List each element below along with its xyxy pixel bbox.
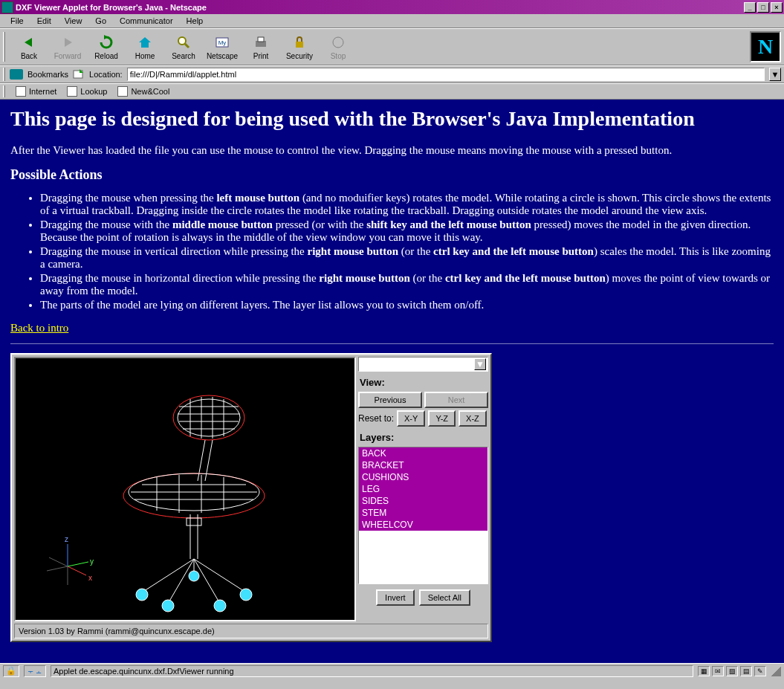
layer-listbox[interactable]: BACK BRACKET CUSHIONS LEG SIDES STEM WHE… — [358, 447, 488, 584]
back-button[interactable]: Back — [10, 30, 48, 63]
window-title: DXF Viewer Applet for Browser's Java - N… — [16, 3, 742, 12]
list-item: Dragging the mouse with the middle mouse… — [40, 219, 774, 244]
actions-heading: Possible Actions — [10, 167, 774, 183]
doc-icon — [117, 86, 128, 97]
layers-label: Layers: — [358, 429, 488, 444]
toolbar-grip[interactable] — [3, 32, 5, 62]
forward-button[interactable]: Forward — [48, 30, 87, 63]
maximize-button[interactable]: □ — [757, 2, 769, 13]
stop-icon — [329, 33, 347, 51]
tray-composer-icon[interactable]: ✎ — [754, 666, 766, 676]
xz-button[interactable]: X-Z — [459, 410, 487, 427]
tray-news-icon[interactable]: ▧ — [726, 666, 738, 676]
layer-item[interactable]: STEM — [359, 507, 487, 519]
link-lookup[interactable]: Lookup — [67, 86, 107, 97]
back-arrow-icon — [20, 33, 38, 51]
applet-sidepanel: Move reduced ▼ View: Previous Next Reset… — [358, 357, 488, 621]
netscape-button[interactable]: My Netscape — [203, 30, 242, 63]
reset-label: Reset to: — [358, 413, 394, 424]
3d-canvas[interactable]: x y z — [14, 357, 356, 621]
layer-item[interactable]: BRACKET — [359, 459, 487, 471]
menu-file[interactable]: File — [4, 16, 30, 25]
mode-dropdown[interactable]: Move reduced ▼ — [358, 357, 488, 372]
link-internet[interactable]: Internet — [16, 86, 56, 97]
svg-line-25 — [205, 440, 213, 481]
intro-text: After the Viewer has loaded the file you… — [10, 144, 774, 157]
svg-point-43 — [136, 589, 148, 601]
location-label: Location: — [89, 70, 123, 79]
svg-line-39 — [168, 559, 194, 604]
svg-marker-2 — [104, 35, 108, 39]
svg-text:My: My — [218, 39, 227, 46]
svg-point-15 — [178, 399, 240, 436]
layer-item[interactable]: WHEELCOV — [359, 519, 487, 531]
doc-icon — [67, 86, 77, 97]
chair-wireframe — [112, 381, 305, 618]
stop-button[interactable]: Stop — [319, 30, 357, 63]
invert-button[interactable]: Invert — [376, 589, 415, 606]
axes-gizmo: x y z — [45, 537, 97, 590]
svg-line-5 — [185, 44, 189, 48]
bookmarks-label[interactable]: Bookmarks — [27, 70, 68, 79]
svg-rect-9 — [258, 37, 264, 42]
page-content[interactable]: This page is designed for being used wit… — [0, 100, 784, 663]
print-button[interactable]: Print — [242, 30, 280, 63]
tray-address-icon[interactable]: ▤ — [740, 666, 752, 676]
link-newcool[interactable]: New&Cool — [117, 86, 169, 97]
location-dropdown[interactable]: ▼ — [769, 68, 781, 81]
menu-edit[interactable]: Edit — [31, 16, 57, 25]
security-button[interactable]: Security — [280, 30, 319, 63]
component-bar: ▦ ✉ ▧ ▤ ✎ — [698, 666, 766, 676]
layer-item[interactable]: SIDES — [359, 495, 487, 507]
app-icon — [1, 1, 13, 13]
svg-point-14 — [173, 395, 244, 440]
layer-item[interactable]: CUSHIONS — [359, 471, 487, 483]
tray-mail-icon[interactable]: ✉ — [712, 666, 724, 676]
previous-button[interactable]: Previous — [358, 392, 422, 408]
status-message: Applet de.escape.quincunx.dxf.DxfViewer … — [51, 665, 693, 677]
location-input[interactable]: file:///D|/Rammi/dl/applet.html — [127, 68, 765, 81]
svg-rect-37 — [187, 518, 201, 525]
menu-view[interactable]: View — [59, 16, 88, 25]
locbar-grip[interactable] — [3, 68, 5, 81]
status-lock-icon[interactable]: 🔒 — [3, 665, 19, 677]
yz-button[interactable]: Y-Z — [428, 410, 456, 427]
doc-icon — [16, 86, 26, 97]
select-all-button[interactable]: Select All — [419, 589, 470, 606]
xy-button[interactable]: X-Y — [397, 410, 425, 427]
tray-navigator-icon[interactable]: ▦ — [698, 666, 710, 676]
svg-point-4 — [178, 37, 186, 45]
divider — [10, 343, 774, 344]
forward-arrow-icon — [59, 33, 77, 51]
minimize-button[interactable]: _ — [744, 2, 756, 13]
svg-line-51 — [49, 557, 68, 566]
linkbar-grip[interactable] — [3, 85, 5, 97]
menu-help[interactable]: Help — [181, 16, 210, 25]
resize-grip[interactable] — [771, 666, 781, 676]
search-button[interactable]: Search — [164, 30, 203, 63]
netscape-icon: My — [213, 33, 231, 51]
home-button[interactable]: Home — [126, 30, 164, 63]
link-bar: Internet Lookup New&Cool — [0, 83, 784, 100]
layer-item[interactable]: LEG — [359, 483, 487, 495]
bookmarks-icon[interactable] — [10, 69, 23, 80]
svg-rect-10 — [296, 42, 303, 48]
list-item: The parts of the model are lying on diff… — [40, 299, 774, 311]
reload-button[interactable]: Reload — [87, 30, 126, 63]
svg-point-46 — [240, 589, 252, 601]
menu-communicator[interactable]: Communicator — [114, 16, 179, 25]
print-icon — [252, 33, 270, 51]
svg-marker-1 — [65, 38, 72, 47]
location-icon — [73, 69, 85, 80]
svg-point-47 — [189, 571, 199, 581]
menubar: File Edit View Go Communicator Help — [0, 14, 784, 28]
back-to-intro-link[interactable]: Back to intro — [10, 322, 68, 334]
statusbar: 🔒 ⫟⫠ Applet de.escape.quincunx.dxf.DxfVi… — [0, 663, 784, 678]
svg-line-48 — [68, 566, 86, 575]
menu-go[interactable]: Go — [89, 16, 112, 25]
layer-item[interactable]: BACK — [359, 447, 487, 459]
view-label: View: — [358, 374, 488, 389]
close-button[interactable]: × — [771, 2, 783, 13]
next-button[interactable]: Next — [424, 392, 488, 408]
search-icon — [175, 33, 192, 51]
